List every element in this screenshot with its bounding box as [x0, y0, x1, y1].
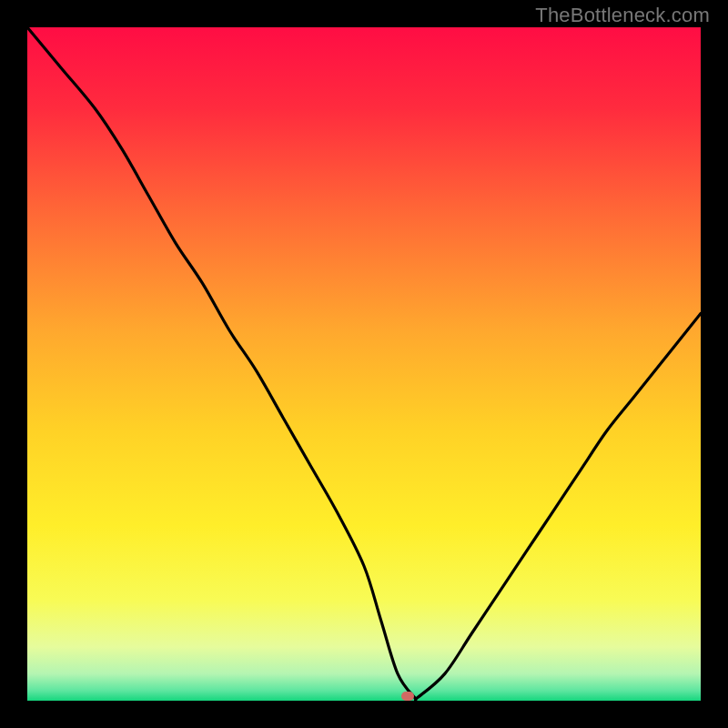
watermark-text: TheBottleneck.com [535, 4, 710, 27]
bottleneck-curve [27, 27, 701, 701]
chart-frame: TheBottleneck.com [0, 0, 728, 728]
minimum-marker-icon [401, 692, 414, 701]
plot-area [27, 27, 701, 701]
